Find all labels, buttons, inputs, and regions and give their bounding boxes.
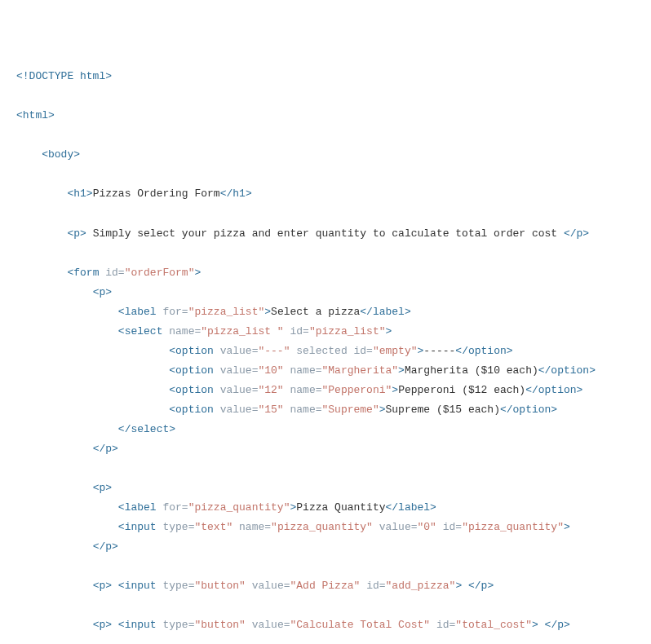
code-token: Margherita ($10 each) [405, 364, 538, 377]
code-token: Pizzas Ordering Form [93, 187, 220, 200]
code-token: </option> [525, 384, 582, 396]
code-token: selected [290, 345, 347, 357]
code-token: "total_cost" [455, 619, 532, 631]
code-token: > [194, 267, 201, 279]
code-token: </option> [538, 364, 596, 377]
code-token: "15" [258, 404, 283, 416]
code-token: </label> [360, 306, 410, 318]
code-token: "Add Pizza" [290, 580, 361, 592]
code-token: <option [169, 345, 214, 357]
code-token: <input [118, 521, 157, 533]
code-token: > [379, 404, 386, 416]
code-token [538, 619, 545, 631]
code-token: "pizza_list " [201, 325, 283, 337]
code-token: <label [118, 501, 157, 514]
code-token: name= [162, 325, 201, 337]
code-token: </p> [93, 443, 118, 455]
code-token: "10" [258, 364, 283, 377]
code-token: for= [157, 306, 188, 318]
code-token: "pizza_quantity" [188, 501, 290, 514]
code-token: <p> [93, 619, 112, 631]
code-token: <input [118, 619, 157, 631]
code-token: value= [214, 384, 259, 396]
code-token: </p> [93, 540, 118, 553]
code-token: type= [157, 521, 195, 533]
code-token: type= [157, 619, 195, 631]
code-token: </p> [564, 227, 589, 240]
code-token: "12" [258, 384, 283, 396]
code-block: <!DOCTYPE html> <html> <body> <h1>Pizzas… [16, 67, 635, 644]
code-token: <!DOCTYPE html> [16, 70, 112, 82]
code-token: <html> [16, 109, 55, 121]
code-token: name= [284, 384, 322, 396]
code-token [112, 619, 118, 631]
code-token [112, 580, 118, 592]
code-token: <select [118, 325, 163, 337]
code-token: <option [169, 364, 214, 377]
code-token: value= [246, 580, 290, 592]
code-token: "pizza_list" [188, 306, 265, 318]
code-token: Pizza Quantity [296, 501, 385, 514]
code-token: value= [373, 521, 418, 533]
code-token: <p> [93, 580, 112, 592]
code-token: </p> [545, 619, 570, 631]
code-token: <option [169, 404, 214, 416]
code-token: "orderForm" [125, 267, 195, 279]
code-token: "pizza_quantity" [271, 521, 373, 533]
code-token: > [264, 306, 271, 318]
code-token: "0" [418, 521, 436, 533]
code-token: <body> [42, 148, 80, 161]
code-token: name= [284, 364, 322, 377]
code-token: </select> [118, 423, 175, 435]
code-token: > [398, 364, 405, 377]
code-token: for= [157, 501, 188, 514]
code-token [462, 580, 468, 592]
code-token: "Calculate Total Cost" [290, 619, 431, 631]
code-token: value= [214, 364, 259, 377]
code-token: <p> [67, 227, 86, 240]
code-token: id= [348, 345, 373, 357]
code-token: <p> [93, 482, 112, 494]
code-token: id= [284, 325, 309, 337]
code-token: Select a pizza [271, 306, 360, 318]
code-token: > [564, 521, 570, 533]
code-token: "Margherita" [321, 364, 398, 377]
code-token: id= [99, 267, 124, 279]
code-token: value= [214, 345, 259, 357]
code-token: </option> [455, 345, 512, 357]
code-token: name= [284, 404, 322, 416]
code-token: value= [246, 619, 290, 631]
code-token: type= [157, 580, 195, 592]
code-token: "---" [258, 345, 290, 357]
code-token: "empty" [373, 345, 418, 357]
code-token: Pepperoni ($12 each) [398, 384, 525, 396]
code-token: </option> [500, 404, 557, 416]
code-token: "Supreme" [321, 404, 379, 416]
code-token: id= [430, 619, 455, 631]
code-token: "button" [194, 619, 245, 631]
code-token: name= [232, 521, 271, 533]
code-token: Simply select your pizza and enter quant… [86, 227, 564, 240]
code-token: <label [118, 306, 157, 318]
code-token: id= [360, 580, 385, 592]
code-token: "button" [194, 580, 245, 592]
code-token: "pizza_list" [309, 325, 386, 337]
code-token: </label> [386, 501, 436, 514]
code-token: > [386, 325, 392, 337]
code-token: Supreme ($15 each) [386, 404, 500, 416]
code-token: "Pepperoni" [321, 384, 392, 396]
code-token: <option [169, 384, 214, 396]
code-token: > [532, 619, 538, 631]
code-token: "add_pizza" [386, 580, 456, 592]
code-token: "pizza_quantity" [462, 521, 564, 533]
code-token: <form [67, 267, 99, 279]
code-token: id= [436, 521, 462, 533]
code-token: </h1> [220, 187, 252, 200]
code-token: <h1> [67, 187, 92, 200]
code-token: <p> [93, 286, 112, 298]
code-token: <input [118, 580, 157, 592]
code-token: > [392, 384, 398, 396]
code-token: ----- [423, 345, 455, 357]
code-token: "text" [194, 521, 232, 533]
code-token: value= [214, 404, 259, 416]
